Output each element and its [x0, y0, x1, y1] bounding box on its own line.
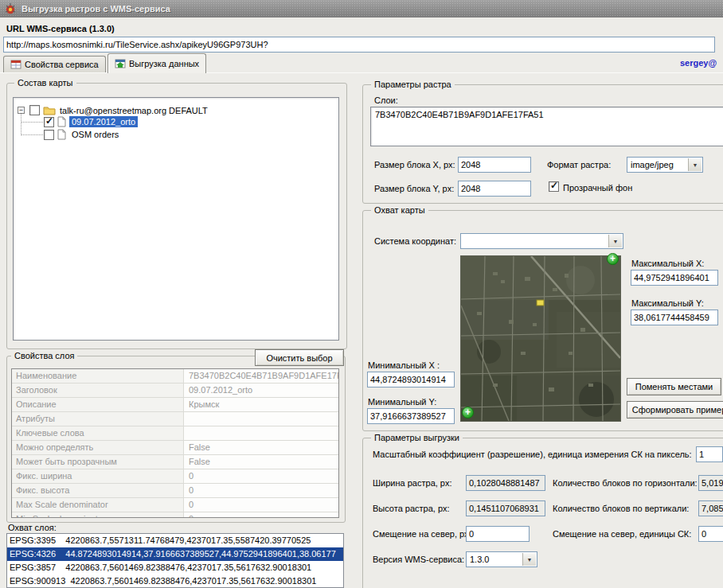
transparent-bg-label: Прозрачный фон: [563, 183, 632, 193]
chevron-down-icon: [688, 158, 702, 171]
tree-collapse-toggle[interactable]: [18, 107, 25, 114]
min-y-input[interactable]: [367, 408, 455, 424]
property-value: [184, 412, 338, 426]
north-offset-px-input[interactable]: [466, 526, 530, 542]
map-preview[interactable]: [460, 255, 621, 422]
max-x-input[interactable]: [631, 270, 718, 286]
crs-label: Система координат:: [374, 236, 456, 246]
zoom-in-icon[interactable]: [607, 253, 619, 265]
tree-root-label[interactable]: talk-ru@openstreetmap.org DEFAULT: [57, 105, 210, 116]
crs-dropdown[interactable]: [460, 233, 623, 249]
property-name: Max Scale denominator: [12, 498, 184, 512]
raster-width-label: Ширина растра, px:: [373, 478, 452, 488]
blocks-vertical-input[interactable]: [698, 500, 723, 516]
raster-format-dropdown[interactable]: image/jpeg: [627, 157, 703, 173]
property-name: Min Scale denominator: [12, 512, 184, 518]
raster-height-input[interactable]: [466, 500, 545, 516]
property-grid: Наименование7B3470B2C40E4B71B9AF9D1AFE17…: [11, 368, 339, 518]
chevron-down-icon: [608, 235, 622, 247]
north-offset-px-label: Смещение на север, px:: [373, 529, 471, 539]
property-value: 0: [184, 469, 338, 483]
window-title: Выгрузка растров с WMS-сервиса: [21, 4, 170, 14]
zoom-in-icon[interactable]: [462, 407, 474, 419]
property-value: False: [184, 455, 338, 469]
swap-coordinates-button[interactable]: Поменять местами: [627, 378, 721, 395]
property-row: Min Scale denominator0: [12, 512, 338, 518]
url-label: URL WMS-сервиса (1.3.0): [6, 24, 115, 33]
map-extent-title: Охват карты: [371, 205, 428, 215]
north-offset-sk-label: Смещение на север, единицы СК:: [553, 529, 691, 539]
extent-list-item[interactable]: EPSG:3857 4220863.7,5601469.82388476,423…: [7, 561, 343, 574]
tree-connector-line: [21, 114, 21, 135]
block-x-input[interactable]: [458, 157, 531, 173]
tree-item-orto[interactable]: 09.07.2012_orto: [69, 116, 138, 127]
extent-list-item[interactable]: EPSG:3395 4220863.7,5571311.74768479,423…: [7, 534, 343, 547]
property-value: 0: [184, 512, 338, 518]
property-row: ОписаниеКрымск: [12, 398, 338, 412]
page-icon: [57, 116, 66, 127]
property-value: 0: [184, 484, 338, 497]
property-name: Ключевые слова: [12, 426, 184, 440]
wms-version-label: Версия WMS-сервиса:: [373, 555, 464, 564]
blocks-horizontal-label: Количество блоков по горизонтали:: [553, 478, 698, 488]
folder-icon: [43, 105, 56, 115]
property-name: Фикс. ширина: [12, 469, 184, 483]
raster-format-value: image/jpeg: [631, 160, 674, 169]
chevron-down-icon: [522, 553, 536, 566]
title-bar: Выгрузка растров с WMS-сервиса: [0, 0, 723, 18]
tab-service-properties[interactable]: Свойства сервиса: [3, 56, 106, 72]
property-row: Заголовок09.07.2012_orto: [12, 384, 338, 398]
page-icon: [57, 129, 66, 140]
raster-format-label: Формат растра:: [547, 160, 611, 169]
max-x-label: Максимальный X:: [631, 259, 704, 268]
max-y-input[interactable]: [631, 310, 718, 325]
tab-data-export[interactable]: Выгрузка данных: [107, 53, 206, 73]
scale-factor-label: Масштабный коэффициент (разрешение), еди…: [373, 450, 692, 459]
property-row: Можно определятьFalse: [12, 441, 338, 455]
layers-input[interactable]: 7B3470B2C40E4B71B9AF9D1AFE17FA51: [370, 107, 723, 146]
layers-label: Слои:: [374, 95, 398, 105]
raster-width-input[interactable]: [466, 475, 545, 491]
property-row: Атрибуты: [12, 412, 338, 426]
blocks-vertical-label: Количество блоков по вертикали:: [553, 504, 689, 513]
export-params-title: Параметры выгрузки: [371, 433, 463, 442]
app-icon: [4, 2, 17, 15]
property-value: 09.07.2012_orto: [184, 384, 338, 397]
property-name: Фикс. высота: [12, 484, 184, 497]
raster-height-label: Высота растра, px:: [373, 504, 450, 513]
property-value: 7B3470B2C40E4B71B9AF9D1AFE17FA51: [184, 369, 338, 383]
property-row: Может быть прозрачнымFalse: [12, 455, 338, 469]
layer-extent-label: Охват слоя:: [8, 523, 57, 532]
blocks-horizontal-input[interactable]: [698, 475, 723, 491]
property-row: Max Scale denominator0: [12, 498, 338, 512]
raster-params-title: Параметры растра: [371, 80, 455, 89]
transparent-bg-checkbox[interactable]: [549, 181, 559, 192]
extent-list-item[interactable]: EPSG:900913 4220863.7,5601469.82388476,4…: [7, 574, 343, 588]
tree-root-checkbox[interactable]: [29, 105, 40, 115]
tree-item-checkbox-orto[interactable]: [44, 117, 54, 127]
north-offset-sk-input[interactable]: [698, 526, 723, 542]
url-input[interactable]: [3, 37, 715, 53]
scale-factor-input[interactable]: [696, 446, 723, 462]
property-value: [184, 426, 338, 440]
block-y-input[interactable]: [458, 181, 531, 197]
min-x-input[interactable]: [367, 372, 455, 387]
data-export-tab-icon: [115, 58, 126, 69]
min-y-label: Минимальный Y:: [368, 397, 436, 407]
property-row: Наименование7B3470B2C40E4B71B9AF9D1AFE17…: [12, 369, 338, 384]
property-name: Наименование: [12, 369, 184, 383]
tree-item-checkbox-osm[interactable]: [44, 130, 54, 140]
user-account-link[interactable]: sergey@: [680, 58, 717, 68]
tab-export-label: Выгрузка данных: [129, 59, 199, 68]
tree-item-osm-orders[interactable]: OSM orders: [69, 129, 121, 140]
property-row: Ключевые слова: [12, 426, 338, 441]
wms-version-dropdown[interactable]: 1.3.0: [466, 551, 537, 567]
generate-sample-button[interactable]: Сформировать пример: [627, 401, 723, 419]
clear-selection-button[interactable]: Очистить выбор: [255, 349, 344, 366]
property-name: Описание: [12, 398, 184, 411]
wms-version-value: 1.3.0: [470, 555, 489, 564]
layer-extent-list: EPSG:3395 4220863.7,5571311.74768479,423…: [6, 533, 344, 588]
property-name: Может быть прозрачным: [12, 455, 184, 469]
property-name: Заголовок: [12, 384, 184, 397]
extent-list-item-selected[interactable]: EPSG:4326 44.8724893014914,37.9166637389…: [7, 547, 343, 561]
